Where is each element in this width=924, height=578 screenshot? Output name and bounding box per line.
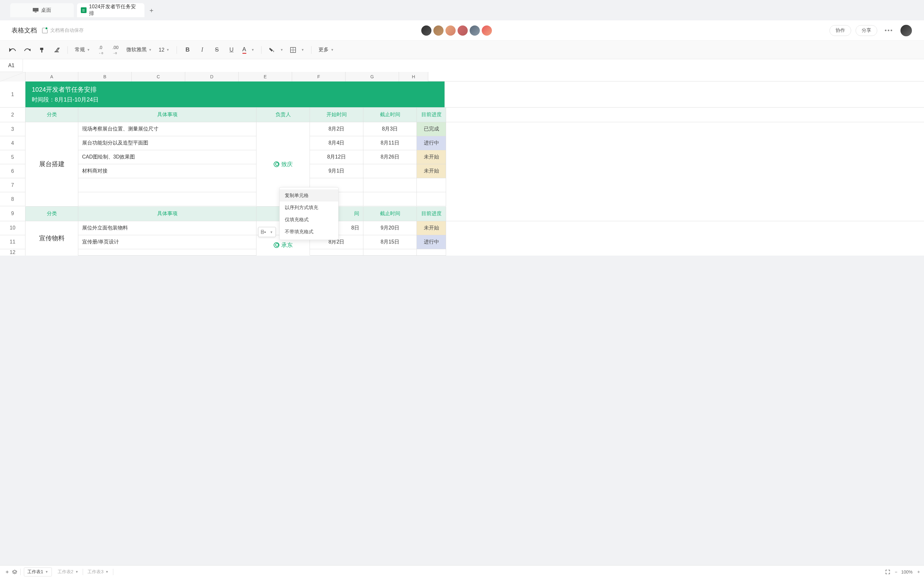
- cell[interactable]: [417, 178, 446, 192]
- cell[interactable]: 展台功能划分以及造型平面图: [78, 136, 256, 150]
- ctx-fill-series[interactable]: 以序列方式填充: [280, 201, 338, 214]
- cell-status[interactable]: 未开始: [417, 150, 446, 164]
- cell[interactable]: 截止时间: [363, 107, 417, 122]
- cell-reference[interactable]: A1: [0, 59, 23, 72]
- cell[interactable]: 现场考察展台位置、测量展位尺寸: [78, 122, 256, 136]
- cell[interactable]: 8月26日: [363, 150, 417, 164]
- cell[interactable]: 8月15日: [363, 235, 417, 249]
- avatar[interactable]: [445, 25, 456, 36]
- row-header[interactable]: 10: [0, 221, 26, 235]
- spreadsheet-grid[interactable]: A B C D E F G H 1 1024开发者节任务安排 时间段：8月1日-…: [0, 72, 924, 256]
- cell[interactable]: 分类: [26, 107, 78, 122]
- cell[interactable]: 9月1日: [310, 164, 363, 178]
- col-header[interactable]: E: [238, 72, 292, 81]
- collaborate-button[interactable]: 协作: [830, 25, 851, 36]
- current-user-avatar[interactable]: [900, 24, 913, 37]
- underline-button[interactable]: U: [227, 45, 237, 55]
- select-all-corner[interactable]: [0, 72, 26, 81]
- row-header[interactable]: 1: [0, 81, 26, 107]
- active-doc-tab[interactable]: ☰ 1024开发者节任务安排: [77, 3, 144, 17]
- toolbar-more-button[interactable]: 更多▼: [317, 47, 335, 53]
- row-header[interactable]: 6: [0, 164, 26, 178]
- cell[interactable]: 材料商对接: [78, 164, 256, 178]
- cell[interactable]: 截止时间: [363, 206, 417, 221]
- cell-status[interactable]: 已完成: [417, 122, 446, 136]
- cell-category[interactable]: 展台搭建: [26, 122, 78, 206]
- col-header[interactable]: G: [345, 72, 399, 81]
- fill-color-button[interactable]: ▼: [267, 47, 284, 53]
- cell[interactable]: 目前进度: [417, 206, 446, 221]
- decrease-decimal-button[interactable]: .0←0: [96, 45, 106, 55]
- borders-button[interactable]: ▼: [289, 47, 305, 53]
- cell[interactable]: 具体事项: [78, 107, 256, 122]
- cell[interactable]: [363, 192, 417, 206]
- increase-decimal-button[interactable]: .00→0: [110, 45, 121, 55]
- cell[interactable]: 9月20日: [363, 221, 417, 235]
- row-header[interactable]: 9: [0, 206, 26, 221]
- cell-status[interactable]: 进行中: [417, 136, 446, 150]
- col-header[interactable]: F: [292, 72, 345, 81]
- cell-status[interactable]: 未开始: [417, 221, 446, 235]
- undo-button[interactable]: [8, 45, 18, 55]
- cell[interactable]: [417, 249, 446, 255]
- cell-category[interactable]: 宣传物料: [26, 221, 78, 256]
- avatar[interactable]: [433, 25, 444, 36]
- avatar[interactable]: [421, 25, 432, 36]
- cell[interactable]: 8月12日: [310, 150, 363, 164]
- cell-status[interactable]: 进行中: [417, 235, 446, 249]
- cell[interactable]: 分类: [26, 206, 78, 221]
- row-header[interactable]: 3: [0, 122, 26, 136]
- cell[interactable]: 8月2日: [310, 122, 363, 136]
- font-size-select[interactable]: 12▼: [157, 47, 171, 53]
- row-header[interactable]: 7: [0, 178, 26, 192]
- title-cell[interactable]: 1024开发者节任务安排 时间段：8月1日-10月24日: [26, 81, 445, 107]
- avatar[interactable]: [457, 25, 468, 36]
- strikethrough-button[interactable]: S: [212, 45, 222, 55]
- add-tab-button[interactable]: ＋: [144, 3, 159, 17]
- cell[interactable]: [417, 192, 446, 206]
- avatar[interactable]: [481, 25, 493, 36]
- col-header[interactable]: C: [132, 72, 185, 81]
- row-header[interactable]: 8: [0, 192, 26, 206]
- cell[interactable]: 具体事项: [78, 206, 256, 221]
- bold-button[interactable]: B: [183, 45, 193, 55]
- row-header[interactable]: 11: [0, 235, 26, 249]
- cell[interactable]: [363, 164, 417, 178]
- cell[interactable]: [78, 249, 256, 255]
- redo-button[interactable]: [22, 45, 32, 55]
- cell[interactable]: [310, 249, 363, 255]
- cell[interactable]: 宣传册/单页设计: [78, 235, 256, 249]
- autofill-options-button[interactable]: ▼: [258, 227, 276, 237]
- cell[interactable]: 展位外立面包装物料: [78, 221, 256, 235]
- cell-status[interactable]: 未开始: [417, 164, 446, 178]
- formula-bar[interactable]: [23, 59, 924, 72]
- row-header[interactable]: 2: [0, 107, 26, 122]
- ctx-fill-format-only[interactable]: 仅填充格式: [280, 214, 338, 226]
- col-header[interactable]: H: [399, 72, 428, 81]
- cell[interactable]: 8月3日: [363, 122, 417, 136]
- cell[interactable]: [78, 192, 256, 206]
- col-header[interactable]: D: [185, 72, 238, 81]
- row-header[interactable]: 5: [0, 150, 26, 164]
- cell-style-select[interactable]: 常规▼: [73, 47, 91, 53]
- ctx-copy-cells[interactable]: 复制单元格: [280, 189, 338, 201]
- cell[interactable]: 8月4日: [310, 136, 363, 150]
- avatar[interactable]: [469, 25, 480, 36]
- format-painter-button[interactable]: [37, 45, 47, 55]
- desktop-tab[interactable]: 桌面: [10, 3, 74, 17]
- cell[interactable]: [363, 178, 417, 192]
- row-header[interactable]: 12: [0, 249, 26, 256]
- italic-button[interactable]: I: [197, 45, 207, 55]
- text-color-button[interactable]: A▼: [241, 46, 256, 54]
- cell[interactable]: [363, 249, 417, 255]
- share-button[interactable]: 分享: [856, 25, 877, 36]
- cell[interactable]: 目前进度: [417, 107, 446, 122]
- ctx-fill-without-format[interactable]: 不带填充格式: [280, 226, 338, 238]
- cell[interactable]: [78, 178, 256, 192]
- font-family-select[interactable]: 微软雅黑▼: [125, 47, 153, 53]
- cell[interactable]: 8月11日: [363, 136, 417, 150]
- clear-format-button[interactable]: [52, 45, 62, 55]
- col-header[interactable]: B: [78, 72, 132, 81]
- cell[interactable]: 开始时间: [310, 107, 363, 122]
- more-menu-button[interactable]: [882, 29, 895, 31]
